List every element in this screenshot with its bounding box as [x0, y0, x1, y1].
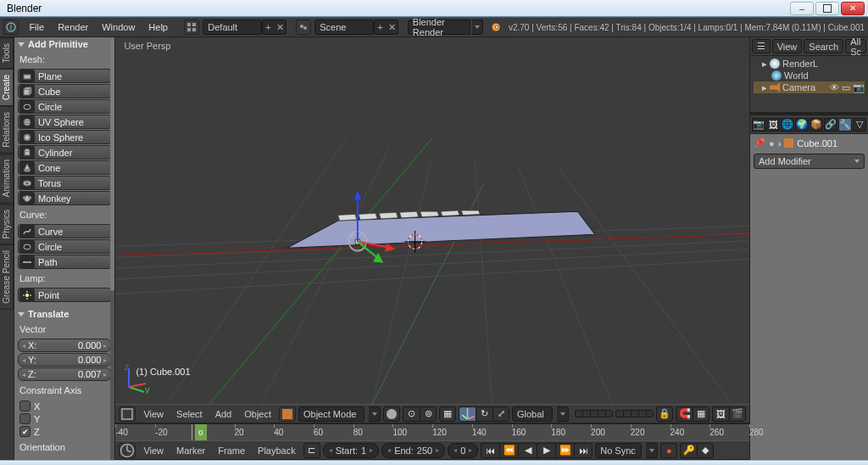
tab-relations[interactable]: Relations: [0, 106, 14, 154]
datablock-breadcrumb[interactable]: 📌 ● › Cube.001: [754, 137, 865, 148]
dropdown-arrow-icon[interactable]: [472, 20, 483, 35]
mode-icon[interactable]: [279, 406, 296, 422]
transform-orientation-dropdown[interactable]: Global: [512, 406, 553, 422]
snap-toggle[interactable]: 🧲: [676, 406, 693, 422]
add-curve-button[interactable]: Curve: [18, 224, 111, 238]
use-preview-range-button[interactable]: ⊏: [303, 443, 320, 458]
constraint-z-checkbox[interactable]: Z: [19, 426, 109, 437]
render-preview-button[interactable]: 🖼: [712, 406, 729, 422]
restrict-select-icon[interactable]: ▭: [842, 82, 850, 93]
add-plane-button[interactable]: Plane: [18, 69, 111, 83]
info-editor-icon[interactable]: i: [3, 20, 19, 35]
add-uv-sphere-button[interactable]: UV Sphere: [18, 115, 111, 129]
disclosure-icon[interactable]: ▸: [762, 59, 767, 70]
layout-remove-button[interactable]: ✕: [274, 20, 287, 35]
tab-grease-pencil[interactable]: Grease Pencil: [0, 244, 14, 310]
keyframe-prev-button[interactable]: ⏪: [499, 443, 518, 458]
prop-tab-scene[interactable]: 🌐: [781, 118, 794, 132]
jump-start-button[interactable]: ⏮: [481, 443, 499, 458]
end-frame-field[interactable]: ◂End:250▸: [381, 443, 445, 458]
keyframe-next-button[interactable]: ⏩: [555, 443, 574, 458]
constraint-x-checkbox[interactable]: X: [19, 401, 109, 412]
pivot-individual-button[interactable]: ⊚: [420, 406, 437, 422]
outliner-search-menu[interactable]: Search: [804, 39, 843, 53]
outliner-row[interactable]: World: [754, 70, 865, 81]
pin-icon[interactable]: 📌: [754, 137, 765, 148]
add-cylinder-button[interactable]: Cylinder: [18, 145, 111, 160]
disclosure-icon[interactable]: ▸: [762, 82, 767, 93]
outliner[interactable]: ▸ RenderL World ▸ Camera 👁 ▭ 📷: [750, 56, 868, 112]
scene-add-button[interactable]: +: [374, 20, 387, 35]
add-modifier-dropdown[interactable]: Add Modifier: [754, 154, 865, 169]
manipulator-toggle[interactable]: [459, 406, 476, 422]
snap-type[interactable]: ▦: [693, 406, 709, 422]
mode-dropdown[interactable]: Object Mode: [298, 406, 364, 422]
lock-camera-icon[interactable]: 🔒: [656, 406, 673, 422]
dropdown-arrow-icon[interactable]: [557, 406, 569, 422]
3d-viewport[interactable]: User Persp (1) Cube.001 z y: [115, 37, 749, 404]
vp-menu-select[interactable]: Select: [171, 407, 208, 421]
prop-tab-modifiers[interactable]: 🔧: [838, 118, 852, 132]
render-engine-dropdown[interactable]: Blender Render: [408, 20, 470, 35]
add-monkey-button[interactable]: Monkey: [18, 191, 111, 205]
layers-button[interactable]: ▦: [439, 406, 456, 422]
jump-end-button[interactable]: ⏭: [574, 443, 593, 458]
add-circle-button[interactable]: Circle: [18, 239, 111, 254]
add-torus-button[interactable]: Torus: [18, 176, 111, 190]
tab-create[interactable]: Create: [0, 69, 14, 106]
add-path-button[interactable]: Path: [18, 255, 111, 269]
prop-tab-render[interactable]: 📷: [752, 118, 765, 132]
manipulator-rotate[interactable]: ↻: [476, 406, 492, 422]
screen-browse-button[interactable]: [184, 20, 199, 35]
play-reverse-button[interactable]: ◀: [518, 443, 537, 458]
start-frame-field[interactable]: ◂Start:1▸: [323, 443, 379, 458]
vp-menu-view[interactable]: View: [138, 407, 169, 421]
prop-tab-data[interactable]: ▽: [853, 118, 866, 132]
outliner-row[interactable]: ▸ RenderL: [754, 58, 865, 70]
current-frame-field[interactable]: ◂0▸: [448, 443, 478, 458]
scene-field[interactable]: Scene: [314, 20, 373, 35]
tl-menu-marker[interactable]: Marker: [171, 444, 210, 457]
dropdown-arrow-icon[interactable]: [646, 443, 658, 458]
viewport-shading-button[interactable]: [383, 406, 400, 422]
window-close-button[interactable]: [841, 2, 865, 15]
menu-render[interactable]: Render: [51, 20, 95, 34]
layer-buttons-2[interactable]: [615, 410, 654, 417]
outliner-editor-icon[interactable]: ☰: [752, 39, 771, 53]
editor-type-3dview-icon[interactable]: [119, 406, 136, 422]
translate-z-field[interactable]: ◂Z:0.007▸: [18, 367, 111, 381]
play-button[interactable]: ▶: [537, 443, 555, 458]
pivot-button[interactable]: ⊙: [403, 406, 420, 422]
toolshelf-scrollbar[interactable]: [110, 37, 114, 460]
screen-layout-field[interactable]: Default: [203, 20, 261, 35]
auto-keyframe-button[interactable]: ●: [660, 443, 677, 458]
prop-tab-constraints[interactable]: 🔗: [824, 118, 837, 132]
panel-add-primitive[interactable]: Add Primitive: [14, 37, 114, 51]
add-ico-sphere-button[interactable]: Ico Sphere: [18, 130, 111, 144]
sync-dropdown[interactable]: No Sync: [595, 443, 642, 458]
constraint-y-checkbox[interactable]: Y: [19, 413, 109, 424]
render-anim-button[interactable]: 🎬: [729, 406, 746, 422]
menu-help[interactable]: Help: [142, 20, 175, 34]
manipulator-scale[interactable]: ⤢: [492, 406, 509, 422]
insert-keyframe-button[interactable]: ◆: [697, 443, 714, 458]
outliner-filter-dropdown[interactable]: All Sc: [845, 39, 866, 53]
menu-window[interactable]: Window: [95, 20, 142, 34]
tl-menu-view[interactable]: View: [138, 444, 169, 457]
timeline-cursor[interactable]: 0: [195, 424, 207, 440]
scene-remove-button[interactable]: ✕: [386, 20, 398, 35]
add-cone-button[interactable]: Cone: [18, 160, 111, 175]
outliner-row[interactable]: ▸ Camera 👁 ▭ 📷: [754, 81, 865, 93]
prop-tab-world[interactable]: 🌍: [795, 118, 809, 132]
prop-tab-object[interactable]: 📦: [810, 118, 823, 132]
menu-file[interactable]: File: [22, 20, 51, 34]
scene-browse-button[interactable]: [296, 20, 311, 35]
add-point-button[interactable]: Point: [18, 288, 111, 302]
layout-add-button[interactable]: +: [262, 20, 275, 35]
editor-type-timeline-icon[interactable]: [119, 443, 136, 458]
tab-animation[interactable]: Animation: [0, 154, 14, 203]
translate-x-field[interactable]: ◂X:0.000▸: [18, 339, 111, 352]
window-minimize-button[interactable]: [790, 2, 814, 15]
add-circle-button[interactable]: Circle: [18, 99, 111, 114]
dropdown-arrow-icon[interactable]: [369, 406, 381, 422]
